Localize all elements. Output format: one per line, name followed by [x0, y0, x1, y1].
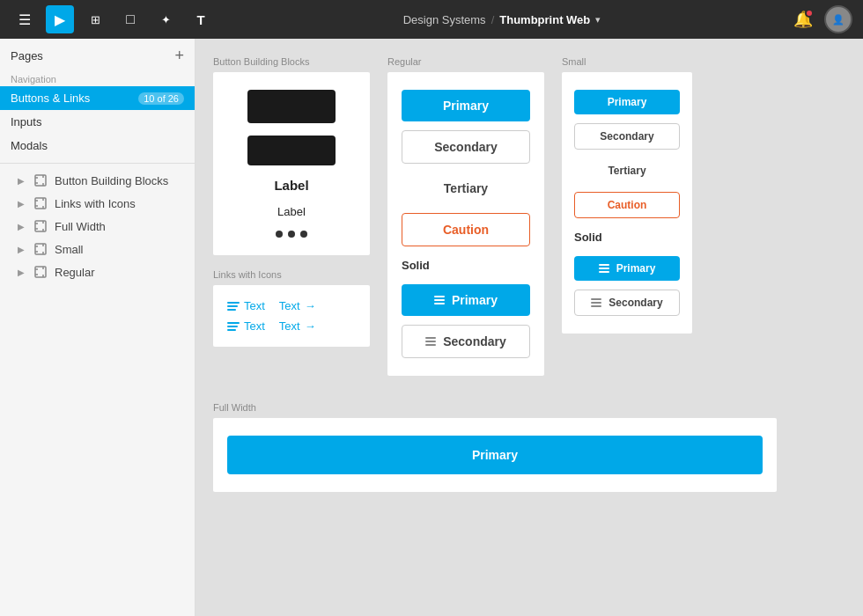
add-page-button[interactable]: +: [174, 48, 184, 63]
links-section: Links with Icons Text: [213, 269, 370, 347]
icon-line-1: [425, 337, 436, 339]
notification-button[interactable]: 🔔: [789, 5, 817, 33]
frame-wrapper-regular: Regular Primary Secondary Tertiary Cauti…: [387, 56, 544, 376]
frame-bbb: Label Label: [213, 72, 370, 255]
link-text-4: Text: [279, 319, 300, 333]
sidebar-tree-item-small[interactable]: ▶ Small: [0, 238, 195, 260]
sidebar: Pages + Navigation Buttons & Links 10 of…: [0, 39, 195, 616]
list-icon-2: [227, 322, 240, 331]
small-primary-button[interactable]: Primary: [574, 90, 680, 114]
sidebar-item-modals[interactable]: Modals: [0, 134, 195, 158]
chevron-right-icon: ▶: [18, 222, 26, 231]
toolbar-right: 🔔 👤: [789, 5, 852, 33]
tree-item-label: Full Width: [55, 220, 106, 233]
regular-solid-secondary-button[interactable]: Secondary: [402, 325, 530, 358]
link-item-3[interactable]: Text: [227, 319, 265, 333]
solid-section-label: Solid: [402, 255, 530, 275]
icon-line-1: [434, 296, 445, 297]
sidebar-item-label: Inputs: [11, 115, 41, 128]
select-tool-button[interactable]: ▶: [46, 5, 74, 33]
link-text-1: Text: [244, 299, 265, 312]
list-icon: [227, 302, 240, 311]
small-solid-primary-button[interactable]: Primary: [574, 256, 680, 281]
menu-icon-sm-primary: [599, 264, 609, 273]
small-caution-button[interactable]: Caution: [574, 192, 680, 218]
pages-label: Pages: [11, 49, 43, 62]
link-row-2: Text Text →: [227, 319, 356, 333]
frame-icon: [33, 265, 48, 279]
regular-solid-primary-button[interactable]: Primary: [402, 284, 530, 316]
chevron-down-icon[interactable]: ▾: [595, 14, 601, 26]
bbb-label1: Label: [274, 178, 308, 193]
text-tool-button[interactable]: T: [187, 5, 215, 33]
small-tertiary-button[interactable]: Tertiary: [574, 158, 680, 183]
sidebar-item-inputs[interactable]: Inputs: [0, 110, 195, 134]
solid-primary-label: Primary: [452, 293, 498, 307]
sidebar-tree-item-bbb[interactable]: ▶ Button Building Blocks: [0, 169, 195, 192]
dots-row: [276, 231, 307, 238]
icon-line-1: [227, 322, 240, 324]
menu-icon-sm-secondary: [591, 298, 601, 307]
pen-icon: ✦: [161, 13, 171, 26]
canvas-area[interactable]: Button Building Blocks Label Label: [195, 39, 863, 616]
svg-rect-5: [35, 198, 46, 209]
link-text-3: Text: [244, 319, 265, 333]
sidebar-tree-item-regular[interactable]: ▶ Regular: [0, 260, 195, 283]
shape-tool-button[interactable]: □: [116, 5, 144, 33]
solid-secondary-label: Secondary: [443, 334, 506, 348]
regular-tertiary-button[interactable]: Tertiary: [402, 172, 530, 204]
toolbar: ☰ ▶ ⊞ □ ✦ T Design Systems / Thumbprint …: [0, 0, 863, 39]
frame-icon: [33, 219, 48, 233]
select-icon: ▶: [55, 11, 65, 28]
frame-fullwidth: Primary: [213, 418, 777, 492]
sidebar-tree: ▶ Button Building Blocks ▶ Links with Ic…: [0, 167, 195, 285]
menu-icon-solid-secondary: [425, 337, 436, 346]
pen-tool-button[interactable]: ✦: [151, 5, 180, 33]
menu-button[interactable]: ☰: [11, 5, 39, 33]
icon-line-3: [591, 305, 601, 307]
sidebar-nav-group: Navigation Buttons & Links 10 of 26 Inpu…: [0, 69, 195, 159]
sidebar-item-badge: 10 of 26: [138, 92, 184, 105]
tree-item-label: Button Building Blocks: [55, 174, 168, 187]
frame-small: Primary Secondary Tertiary Caution Solid…: [562, 72, 692, 334]
text-icon: T: [196, 12, 204, 27]
small-solid-secondary-button[interactable]: Secondary: [574, 290, 680, 316]
dot-1: [276, 231, 283, 238]
sidebar-item-buttons-links[interactable]: Buttons & Links 10 of 26: [0, 86, 195, 110]
dark-rect-large: [247, 90, 336, 123]
icon-line-2: [227, 326, 238, 327]
notification-badge: [805, 9, 814, 18]
frame-label-fullwidth: Full Width: [213, 402, 777, 413]
icon-line-2: [425, 341, 436, 342]
sm-solid-primary-label: Primary: [616, 262, 656, 275]
tree-item-label: Links with Icons: [55, 197, 136, 210]
svg-rect-15: [35, 244, 46, 254]
sidebar-tree-item-links[interactable]: ▶ Links with Icons: [0, 192, 195, 215]
link-item-2[interactable]: Text →: [279, 299, 316, 312]
frame-label-links: Links with Icons: [213, 269, 370, 280]
icon-line-2: [434, 299, 445, 301]
link-item-4[interactable]: Text →: [279, 319, 316, 333]
sm-solid-secondary-label: Secondary: [609, 297, 662, 309]
link-row-1: Text Text →: [227, 299, 356, 312]
regular-caution-button[interactable]: Caution: [402, 213, 530, 246]
frames-row-1: Button Building Blocks Label Label: [213, 56, 845, 376]
sidebar-tree-item-fullwidth[interactable]: ▶ Full Width: [0, 215, 195, 238]
regular-secondary-button[interactable]: Secondary: [402, 130, 530, 164]
tree-item-label: Regular: [55, 266, 95, 279]
link-item-1[interactable]: Text: [227, 299, 265, 312]
chevron-right-icon: ▶: [18, 268, 26, 277]
frames-row-2: Full Width Primary: [213, 402, 845, 492]
dot-3: [300, 231, 307, 238]
bbb-label2: Label: [277, 205, 306, 218]
fullwidth-primary-button[interactable]: Primary: [227, 436, 763, 474]
frame-tool-button[interactable]: ⊞: [81, 5, 109, 33]
svg-rect-10: [35, 221, 46, 231]
small-secondary-button[interactable]: Secondary: [574, 123, 680, 150]
sidebar-divider: [0, 163, 195, 164]
frame-icon: [33, 196, 48, 210]
frame-label-small: Small: [562, 56, 692, 67]
chevron-right-icon: ▶: [18, 199, 26, 209]
avatar[interactable]: 👤: [824, 5, 852, 33]
regular-primary-button[interactable]: Primary: [402, 90, 530, 121]
